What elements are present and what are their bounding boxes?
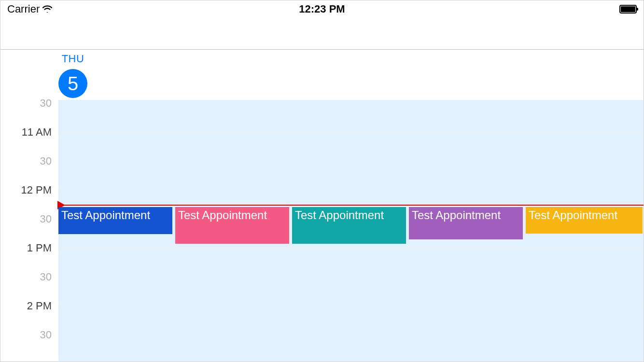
event-title: Test Appointment [295, 209, 384, 222]
time-label: 2 PM [0, 300, 58, 312]
day-number-badge[interactable]: 5 [58, 69, 87, 98]
event-title: Test Appointment [178, 209, 267, 222]
status-bar-right [619, 5, 637, 14]
time-label: 30 [0, 155, 58, 167]
event-title: Test Appointment [529, 209, 617, 222]
time-label: 12 PM [0, 184, 58, 196]
current-time-line [58, 205, 644, 206]
status-bar-time: 12:23 PM [299, 3, 345, 15]
time-label: 11 AM [0, 126, 58, 139]
calendar-event[interactable]: Test Appointment [526, 207, 643, 234]
day-header[interactable]: THU 5 [58, 53, 87, 98]
time-label: 30 [0, 97, 58, 110]
time-label: 30 [0, 213, 58, 225]
calendar-day-view[interactable]: THU 5 3011 AM3012 PM301 PM302 PM30 Test … [0, 50, 644, 362]
navigation-bar [0, 18, 644, 50]
carrier-label: Carrier [7, 3, 40, 15]
hour-gridline [58, 132, 644, 132]
hour-gridline [58, 248, 644, 248]
hour-gridline [58, 306, 644, 306]
status-bar-left: Carrier [7, 3, 52, 15]
calendar-event[interactable]: Test Appointment [58, 207, 172, 234]
event-title: Test Appointment [412, 209, 501, 222]
time-label: 30 [0, 271, 58, 283]
event-title: Test Appointment [61, 209, 150, 222]
calendar-event[interactable]: Test Appointment [175, 207, 289, 244]
time-label: 1 PM [0, 242, 58, 254]
status-bar: Carrier 12:23 PM [0, 0, 644, 18]
calendar-event[interactable]: Test Appointment [292, 207, 406, 244]
wifi-icon [42, 5, 52, 14]
time-label: 30 [0, 329, 58, 341]
calendar-event[interactable]: Test Appointment [409, 207, 523, 239]
hour-gridline [58, 190, 644, 190]
day-of-week-label: THU [58, 53, 87, 65]
battery-icon [619, 5, 637, 14]
